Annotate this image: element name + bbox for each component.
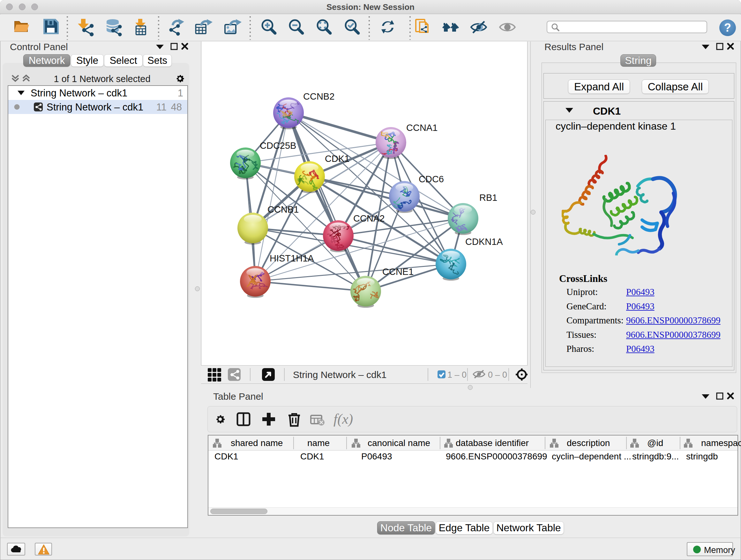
svg-text:RB1: RB1 [479,192,497,203]
svg-text:f(x): f(x) [333,411,353,427]
svg-text:CCNE1: CCNE1 [382,266,414,277]
svg-text:CCNA1: CCNA1 [406,123,437,133]
svg-text:CCNB2: CCNB2 [303,91,334,102]
svg-text:CDC6: CDC6 [419,174,444,184]
svg-text:CDK1: CDK1 [325,153,349,164]
svg-text:HIST1H1A: HIST1H1A [270,253,314,263]
svg-text:CDC25B: CDC25B [260,140,296,151]
svg-text:CDKN1A: CDKN1A [465,237,503,247]
svg-text:CCNA2: CCNA2 [353,213,385,224]
svg-text:CCNB1: CCNB1 [267,204,299,214]
